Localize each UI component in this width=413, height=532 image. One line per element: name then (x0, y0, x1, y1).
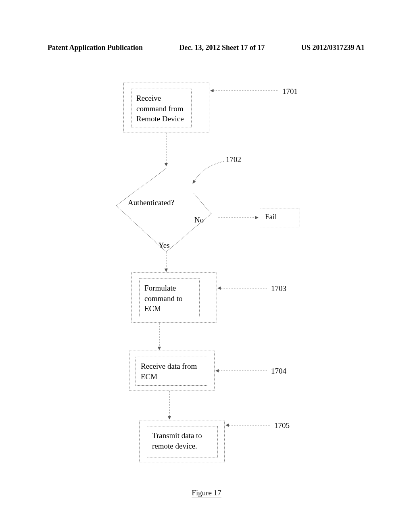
decision-text: Authenticated? (128, 198, 174, 207)
ref-1702: 1702 (226, 155, 241, 164)
step-formulate-outer: Formulate command to ECM (131, 272, 217, 323)
ref-1701: 1701 (282, 87, 298, 96)
step-receive-command: Receive command from Remote Device (131, 89, 192, 127)
step-receive-data-outer: Receive data from ECM (129, 351, 215, 391)
decision-yes: Yes (159, 241, 170, 250)
ref-1704: 1704 (271, 367, 286, 376)
step-transmit: Transmit data to remote device. (147, 426, 218, 457)
svg-line-4 (166, 214, 211, 252)
header-left: Patent Application Publication (48, 44, 143, 52)
header-mid: Dec. 13, 2012 Sheet 17 of 17 (179, 44, 265, 52)
step-formulate: Formulate command to ECM (139, 278, 200, 317)
fail-box: Fail (260, 208, 300, 227)
ref-1705: 1705 (274, 421, 290, 430)
ref-1703: 1703 (271, 284, 286, 293)
svg-line-5 (194, 193, 211, 214)
page-header: Patent Application Publication Dec. 13, … (48, 44, 365, 52)
figure-label: Figure 17 (0, 488, 413, 497)
decision-no: No (194, 216, 204, 224)
step-transmit-outer: Transmit data to remote device. (139, 420, 225, 463)
page: Patent Application Publication Dec. 13, … (0, 0, 413, 532)
step-receive-command-outer: Receive command from Remote Device (123, 83, 209, 133)
step-receive-data: Receive data from ECM (136, 357, 208, 386)
figure-label-text: Figure 17 (192, 488, 221, 497)
header-right: US 2012/0317239 A1 (301, 44, 365, 52)
